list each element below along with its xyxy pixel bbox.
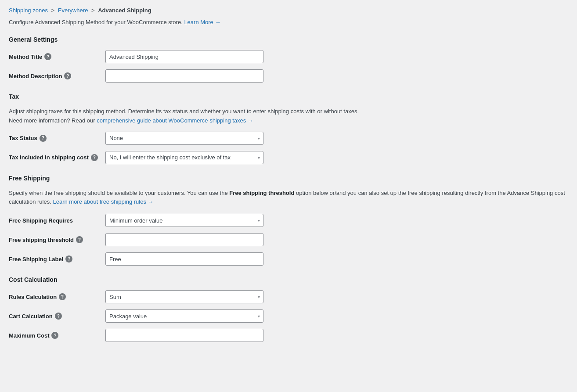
tax-included-select[interactable]: No, I will enter the shipping cost exclu…	[105, 151, 263, 164]
breadcrumb-shipping-zones[interactable]: Shipping zones	[9, 7, 48, 14]
maximum-cost-label-wrap: Maximum Cost ?	[9, 332, 105, 339]
breadcrumb-separator-2: >	[91, 7, 95, 14]
tax-included-label-wrap: Tax included in shipping cost ?	[9, 154, 105, 161]
general-settings-title: General Settings	[9, 34, 568, 43]
free-shipping-requires-row: Free Shipping Requires Minimum order val…	[9, 214, 568, 227]
breadcrumb-current: Advanced Shipping	[98, 7, 151, 14]
tax-description-line2: Need more information? Read our	[9, 117, 95, 124]
cost-calculation-title: Cost Calculation	[9, 274, 568, 283]
tax-title: Tax	[9, 91, 568, 100]
method-description-label: Method Description	[9, 73, 62, 79]
method-title-label: Method Title	[9, 54, 42, 60]
maximum-cost-label: Maximum Cost	[9, 332, 49, 339]
rules-calculation-help-icon[interactable]: ?	[59, 293, 66, 300]
rules-calculation-label: Rules Calculation	[9, 294, 57, 300]
free-shipping-threshold-help-icon[interactable]: ?	[76, 236, 83, 243]
method-description-input[interactable]	[105, 69, 263, 83]
free-shipping-threshold-label-wrap: Free shipping threshold ?	[9, 236, 105, 243]
breadcrumb-separator-1: >	[51, 7, 55, 14]
method-title-input[interactable]	[105, 50, 263, 63]
tax-status-label-wrap: Tax Status ?	[9, 135, 105, 142]
free-shipping-requires-select-wrap: Minimum order value A coupon A minimum o…	[105, 214, 263, 227]
method-description-label-wrap: Method Description ?	[9, 72, 105, 79]
free-shipping-title: Free Shipping	[9, 173, 568, 182]
free-shipping-rules-link[interactable]: Learn more about free shipping rules →	[53, 198, 153, 205]
learn-more-link[interactable]: Learn More →	[184, 19, 220, 25]
page-wrapper: Shipping zones > Everywhere > Advanced S…	[0, 0, 577, 366]
tax-included-row: Tax included in shipping cost ? No, I wi…	[9, 151, 568, 164]
tax-status-select-wrap: None Taxable Not taxable ▾	[105, 132, 263, 145]
tax-description: Adjust shipping taxes for this shipping …	[9, 107, 568, 126]
method-title-help-icon[interactable]: ?	[44, 53, 51, 60]
maximum-cost-help-icon[interactable]: ?	[51, 332, 58, 339]
rules-calculation-select[interactable]: Sum Average Maximum Minimum	[105, 290, 263, 303]
method-description-row: Method Description ?	[9, 69, 568, 83]
free-shipping-label-input[interactable]	[105, 252, 263, 266]
method-title-row: Method Title ?	[9, 50, 568, 63]
free-shipping-label-help-icon[interactable]: ?	[65, 255, 72, 263]
free-shipping-requires-label: Free Shipping Requires	[9, 217, 73, 224]
free-shipping-label-label: Free Shipping Label	[9, 256, 63, 263]
tax-included-help-icon[interactable]: ?	[91, 154, 98, 161]
free-shipping-requires-label-wrap: Free Shipping Requires	[9, 217, 105, 224]
tax-status-label: Tax Status	[9, 135, 37, 141]
cart-calculation-label: Cart Calculation	[9, 313, 53, 320]
free-shipping-threshold-label: Free shipping threshold	[9, 237, 74, 243]
rules-calculation-label-wrap: Rules Calculation ?	[9, 293, 105, 300]
free-shipping-threshold-input[interactable]	[105, 233, 263, 246]
method-description-help-icon[interactable]: ?	[64, 72, 71, 79]
method-title-label-wrap: Method Title ?	[9, 53, 105, 60]
breadcrumb: Shipping zones > Everywhere > Advanced S…	[9, 7, 568, 14]
rules-calculation-row: Rules Calculation ? Sum Average Maximum …	[9, 290, 568, 303]
maximum-cost-row: Maximum Cost ?	[9, 329, 568, 342]
maximum-cost-input[interactable]	[105, 329, 263, 342]
subtitle-text: Configure Advanced Shipping Method for y…	[9, 19, 183, 25]
tax-status-select[interactable]: None Taxable Not taxable	[105, 132, 263, 145]
free-shipping-label-label-wrap: Free Shipping Label ?	[9, 255, 105, 263]
free-shipping-desc-before: Specify when the free shipping should be…	[9, 190, 228, 196]
cart-calculation-select[interactable]: Package value Cart value Custom	[105, 309, 263, 323]
cart-calculation-row: Cart Calculation ? Package value Cart va…	[9, 309, 568, 323]
tax-included-label: Tax included in shipping cost	[9, 154, 89, 161]
free-shipping-threshold-row: Free shipping threshold ?	[9, 233, 568, 246]
tax-status-row: Tax Status ? None Taxable Not taxable ▾	[9, 132, 568, 145]
cart-calculation-help-icon[interactable]: ?	[55, 313, 62, 320]
free-shipping-requires-select[interactable]: Minimum order value A coupon A minimum o…	[105, 214, 263, 227]
free-shipping-threshold-bold: Free shipping threshold	[229, 190, 294, 196]
tax-description-link[interactable]: comprehensive guide about WooCommerce sh…	[97, 117, 253, 124]
free-shipping-label-row: Free Shipping Label ?	[9, 252, 568, 266]
page-subtitle: Configure Advanced Shipping Method for y…	[9, 19, 568, 25]
free-shipping-description: Specify when the free shipping should be…	[9, 189, 568, 207]
rules-calculation-select-wrap: Sum Average Maximum Minimum ▾	[105, 290, 263, 303]
tax-status-help-icon[interactable]: ?	[40, 135, 47, 142]
cart-calculation-label-wrap: Cart Calculation ?	[9, 313, 105, 320]
tax-description-line1: Adjust shipping taxes for this shipping …	[9, 108, 359, 115]
breadcrumb-everywhere[interactable]: Everywhere	[58, 7, 88, 14]
tax-included-select-wrap: No, I will enter the shipping cost exclu…	[105, 151, 263, 164]
cart-calculation-select-wrap: Package value Cart value Custom ▾	[105, 309, 263, 323]
